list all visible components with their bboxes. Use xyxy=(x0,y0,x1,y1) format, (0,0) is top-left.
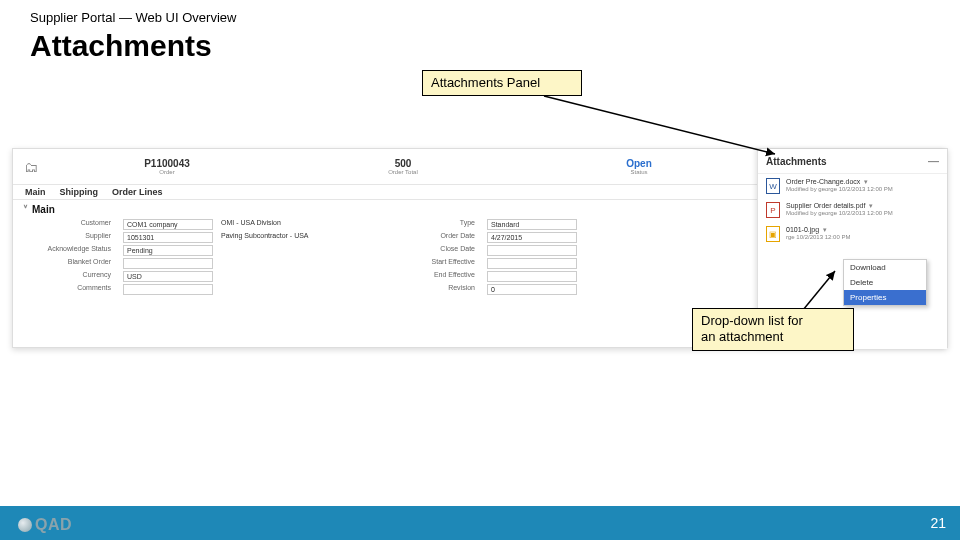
callout-attachments-panel: Attachments Panel xyxy=(422,70,582,96)
tab-order-lines[interactable]: Order Lines xyxy=(112,187,163,197)
field-supplier-desc: Paving Subcontractor - USA xyxy=(221,232,401,243)
chevron-down-icon[interactable]: ▾ xyxy=(823,226,827,233)
field-ack-status[interactable]: Pending xyxy=(123,245,213,256)
field-close-date[interactable] xyxy=(487,245,577,256)
logo-text: QAD xyxy=(35,516,72,534)
label-ack-status: Acknowledge Status xyxy=(45,245,115,256)
tab-main[interactable]: Main xyxy=(25,187,46,197)
attachment-name-1: Order Pre-Change.docx xyxy=(786,178,860,185)
label-currency: Currency xyxy=(45,271,115,282)
field-revision[interactable]: 0 xyxy=(487,284,577,295)
word-icon: W xyxy=(766,178,780,194)
field-customer-desc: OMI - USA Division xyxy=(221,219,401,230)
svg-line-1 xyxy=(803,271,835,310)
chevron-down-icon[interactable]: ▾ xyxy=(869,202,873,209)
attachment-meta-1: Modified by george 10/2/2013 12:00 PM xyxy=(786,186,893,193)
order-total-label: Order Total xyxy=(388,169,418,175)
order-number: P1100043 xyxy=(144,158,190,169)
order-number-label: Order xyxy=(159,169,174,175)
field-start-eff[interactable] xyxy=(487,258,577,269)
field-type[interactable]: Standard xyxy=(487,219,577,230)
menu-item-delete[interactable]: Delete xyxy=(844,275,926,290)
field-comments[interactable] xyxy=(123,284,213,295)
label-end-eff: End Effective xyxy=(409,271,479,282)
label-type: Type xyxy=(409,219,479,230)
label-customer: Customer xyxy=(45,219,115,230)
order-status-label: Status xyxy=(630,169,647,175)
label-supplier: Supplier xyxy=(45,232,115,243)
page-number: 21 xyxy=(930,515,946,531)
attachment-name-2: Supplier Order details.pdf xyxy=(786,202,865,209)
slide-footer: 21 xyxy=(0,506,960,540)
page-title: Attachments xyxy=(30,29,236,63)
label-comments: Comments xyxy=(45,284,115,295)
menu-item-properties[interactable]: Properties xyxy=(844,290,926,305)
tab-shipping[interactable]: Shipping xyxy=(60,187,99,197)
logo-globe-icon xyxy=(18,518,32,532)
attachment-item-3[interactable]: ▣ 0101-0.jpg ▾ rge 10/2/2013 12:00 PM xyxy=(758,222,947,246)
qad-logo: QAD xyxy=(18,516,72,534)
field-blanket-order[interactable] xyxy=(123,258,213,269)
callout-dropdown: Drop-down list for an attachment xyxy=(692,308,854,351)
svg-line-0 xyxy=(544,96,775,154)
order-total: 500 xyxy=(395,158,412,169)
attachment-meta-2: Modified by george 10/2/2013 12:00 PM xyxy=(786,210,893,217)
field-customer[interactable]: COM1 company xyxy=(123,219,213,230)
attachment-meta-3: rge 10/2/2013 12:00 PM xyxy=(786,234,850,241)
order-icon: 🗂 xyxy=(13,149,49,185)
field-currency[interactable]: USD xyxy=(123,271,213,282)
chevron-down-icon[interactable]: ▾ xyxy=(864,178,868,185)
callout-arrow-panel xyxy=(540,92,780,162)
label-blanket-order: Blanket Order xyxy=(45,258,115,269)
image-icon: ▣ xyxy=(766,226,780,242)
attachment-dropdown-menu: Download Delete Properties xyxy=(843,259,927,306)
panel-collapse-icon[interactable]: — xyxy=(928,155,939,167)
field-order-date[interactable]: 4/27/2015 xyxy=(487,232,577,243)
label-close-date: Close Date xyxy=(409,245,479,256)
menu-item-download[interactable]: Download xyxy=(844,260,926,275)
label-start-eff: Start Effective xyxy=(409,258,479,269)
attachment-item-2[interactable]: P Supplier Order details.pdf ▾ Modified … xyxy=(758,198,947,222)
attachment-item-1[interactable]: W Order Pre-Change.docx ▾ Modified by ge… xyxy=(758,174,947,198)
field-end-eff[interactable] xyxy=(487,271,577,282)
field-supplier[interactable]: 1051301 xyxy=(123,232,213,243)
label-order-date: Order Date xyxy=(409,232,479,243)
label-revision: Revision xyxy=(409,284,479,295)
attachment-name-3: 0101-0.jpg xyxy=(786,226,819,233)
pdf-icon: P xyxy=(766,202,780,218)
breadcrumb: Supplier Portal — Web UI Overview xyxy=(30,10,236,25)
